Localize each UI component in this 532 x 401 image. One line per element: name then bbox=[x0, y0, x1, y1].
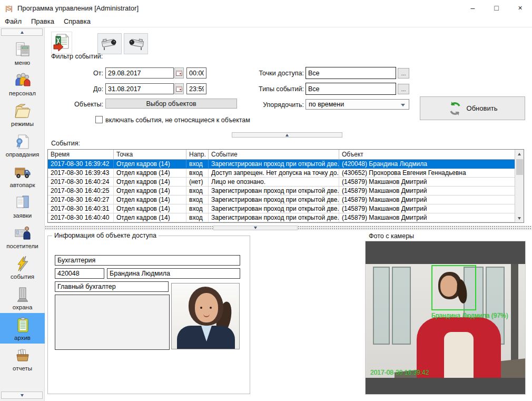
order-dropdown[interactable]: по времени bbox=[306, 99, 409, 110]
to-time-input[interactable] bbox=[186, 83, 206, 94]
table-row[interactable]: 2017-08-30 16:40:25 Отдел кадров (14) вх… bbox=[48, 187, 515, 195]
collapse-splitter[interactable] bbox=[232, 132, 342, 138]
camera-letterbox-bottom bbox=[366, 378, 526, 395]
camera-panel-label: Фото с камеры bbox=[369, 232, 414, 240]
to-date-input[interactable] bbox=[105, 83, 174, 94]
window-controls: – □ × bbox=[461, 0, 532, 16]
sidebar-item-visitors[interactable]: посетители bbox=[0, 221, 45, 252]
sidebar-item-label: посетители bbox=[6, 243, 38, 249]
maximize-button[interactable]: □ bbox=[485, 0, 508, 16]
guard-device-icon bbox=[14, 286, 32, 304]
position-field[interactable] bbox=[55, 281, 169, 292]
id-field[interactable] bbox=[55, 268, 104, 279]
access-points-label: Точки доступа: bbox=[251, 70, 304, 77]
cell-direction: вход bbox=[186, 187, 209, 195]
access-object-info-group: Информация об объекте доступа bbox=[47, 236, 250, 394]
cell-time: 2017-08-30 16:39:43 bbox=[48, 169, 114, 177]
menu-edit[interactable]: Правка bbox=[26, 16, 59, 26]
recognition-text: Брандина Людмила (97%) bbox=[431, 312, 508, 319]
up-arrow-icon bbox=[518, 153, 521, 155]
from-label: От: bbox=[77, 70, 103, 77]
event-types-more-button[interactable]: ... bbox=[398, 84, 409, 94]
col-object[interactable]: Объект bbox=[339, 150, 515, 159]
archive-clipboard-icon bbox=[14, 316, 32, 334]
cell-time: 2017-08-30 16:40:40 bbox=[48, 213, 114, 222]
table-row[interactable]: 2017-08-30 16:39:42 Отдел кадров (14) вх… bbox=[48, 160, 515, 169]
cell-direction: вход bbox=[186, 213, 209, 222]
col-time[interactable]: Время bbox=[48, 150, 114, 159]
refresh-button[interactable]: Обновить bbox=[420, 96, 525, 120]
col-direction[interactable]: Напр. bbox=[186, 150, 209, 159]
menu-file[interactable]: Файл bbox=[0, 16, 26, 26]
scrollbar-up-button[interactable] bbox=[515, 150, 524, 158]
sidebar-scroll-down-button[interactable] bbox=[1, 392, 43, 399]
down-arrow-icon bbox=[21, 394, 24, 397]
sidebar-item-guard[interactable]: охрана bbox=[0, 282, 45, 313]
menu-icon bbox=[14, 41, 32, 59]
sidebar-item-reports[interactable]: отчеты bbox=[0, 344, 45, 374]
cell-object: (430652) Прохорова Евгения Геннадьевна bbox=[339, 169, 515, 177]
from-time-input[interactable] bbox=[186, 67, 206, 79]
face-detection-box bbox=[431, 265, 476, 310]
from-date-input[interactable] bbox=[105, 67, 174, 79]
sidebar-item-modes[interactable]: режимы bbox=[0, 99, 45, 130]
sidebar-item-fleet[interactable]: автопарк bbox=[0, 160, 45, 191]
select-objects-button[interactable]: Выбор объектов bbox=[105, 99, 237, 109]
visitor-badge-icon bbox=[14, 224, 32, 242]
cell-time: 2017-08-30 16:40:27 bbox=[48, 195, 114, 204]
camera-button-2[interactable] bbox=[124, 33, 148, 54]
reports-cardbox-icon bbox=[14, 347, 32, 365]
filter-section-label: Фильтр событий: bbox=[51, 53, 103, 60]
table-row[interactable]: 2017-08-30 16:39:43 Отдел кадров (14) вх… bbox=[48, 169, 515, 178]
camera-button-1[interactable] bbox=[97, 33, 122, 54]
department-field[interactable] bbox=[55, 255, 240, 266]
access-points-more-button[interactable]: ... bbox=[398, 68, 409, 79]
table-scrollbar[interactable] bbox=[515, 150, 524, 222]
table-row[interactable]: 2017-08-30 16:40:31 Отдел кадров (14) вх… bbox=[48, 204, 515, 213]
comment-box[interactable] bbox=[55, 295, 170, 350]
cell-object: (145879) Макшанов Дмитрий bbox=[339, 213, 515, 222]
excel-export-icon bbox=[53, 33, 71, 52]
app-window: |S| Программа управления [Administrator]… bbox=[0, 0, 532, 401]
cctv-camera-icon bbox=[100, 37, 119, 51]
down-arrow-icon bbox=[254, 227, 257, 229]
access-points-input[interactable] bbox=[306, 67, 396, 79]
minimize-button[interactable]: – bbox=[461, 0, 485, 16]
cell-object: (145879) Макшанов Дмитрий bbox=[339, 187, 515, 195]
sidebar-item-events[interactable]: события bbox=[0, 252, 45, 282]
event-types-label: Типы событий: bbox=[251, 85, 304, 93]
camera-photo: Брандина Людмила (97%) 2017-08-30 16:39:… bbox=[365, 241, 526, 395]
to-date-calendar-button[interactable] bbox=[174, 83, 184, 94]
sidebar-item-menu[interactable]: меню bbox=[0, 38, 45, 69]
table-row[interactable]: 2017-08-30 16:40:27 Отдел кадров (14) вх… bbox=[48, 195, 515, 204]
info-group-label: Информация об объекте доступа bbox=[52, 232, 159, 239]
sidebar-item-justifications[interactable]: оправдания bbox=[0, 130, 45, 160]
sidebar-item-requests[interactable]: заявки bbox=[0, 191, 45, 221]
close-button[interactable]: × bbox=[508, 0, 532, 16]
sidebar-item-label: автопарк bbox=[10, 182, 35, 188]
sidebar-scroll-up-button[interactable] bbox=[1, 28, 43, 36]
event-types-input[interactable] bbox=[306, 83, 396, 95]
scrollbar-thumb[interactable] bbox=[516, 159, 523, 175]
photo-face bbox=[195, 293, 218, 322]
sidebar-item-archive[interactable]: архив bbox=[0, 313, 45, 344]
col-event[interactable]: Событие bbox=[209, 150, 339, 159]
menu-help[interactable]: Справка bbox=[59, 16, 95, 26]
from-date-calendar-button[interactable] bbox=[174, 67, 184, 79]
table-row[interactable]: 2017-08-30 16:40:40 Отдел кадров (14) вх… bbox=[48, 213, 515, 222]
cell-object: (420048) Брандина Людмила bbox=[339, 160, 515, 168]
cell-direction: вход bbox=[186, 169, 209, 177]
cell-event: Зарегистрирован проход при открытой две.… bbox=[209, 160, 339, 168]
horizontal-splitter[interactable] bbox=[45, 226, 532, 230]
scrollbar-down-button[interactable] bbox=[515, 214, 524, 222]
events-section-label: События: bbox=[51, 140, 80, 147]
export-excel-button[interactable] bbox=[51, 32, 72, 54]
name-field[interactable] bbox=[107, 268, 240, 279]
sidebar-item-personnel[interactable]: персонал bbox=[0, 69, 45, 99]
table-row[interactable]: 2017-08-30 16:40:24 Отдел кадров (14) (н… bbox=[48, 178, 515, 187]
events-table: Время Точка Напр. Событие Объект 2017-08… bbox=[47, 149, 524, 223]
sidebar-item-label: охрана bbox=[13, 304, 33, 310]
include-events-checkbox[interactable] bbox=[95, 116, 103, 123]
splitter-handle[interactable] bbox=[213, 226, 298, 230]
col-point[interactable]: Точка bbox=[114, 150, 186, 159]
